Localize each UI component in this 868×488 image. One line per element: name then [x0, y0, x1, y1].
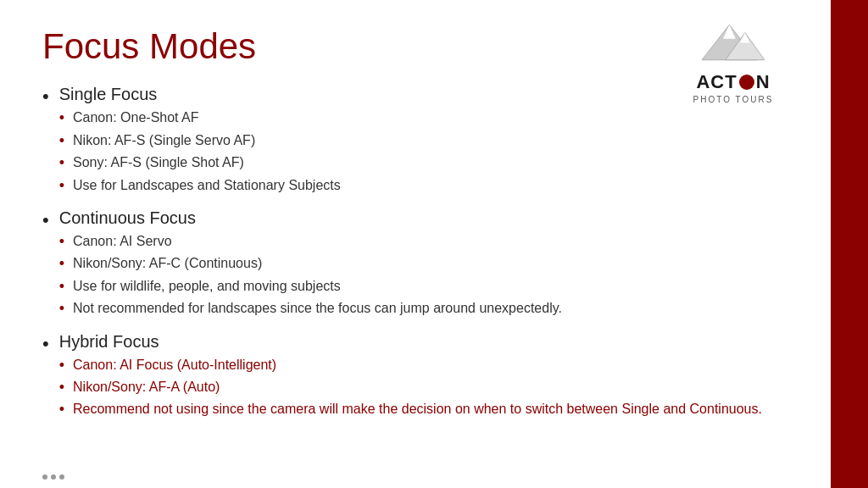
list-item: • Recommend not using since the camera w…	[59, 400, 788, 419]
sub-item-text: Canon: AI Servo	[73, 232, 172, 251]
list-item: • Use for Landscapes and Stationary Subj…	[59, 176, 788, 195]
list-item: • Nikon/Sony: AF-A (Auto)	[59, 378, 788, 396]
slide: ACT N PHOTO TOURS Focus Modes • Single F…	[0, 0, 831, 488]
main-list: • Single Focus • Canon: One-Shot AF • Ni…	[42, 85, 788, 422]
sub-item-text: Recommend not using since the camera wil…	[73, 400, 762, 419]
continuous-focus-label: Continuous Focus	[59, 208, 196, 227]
logo-n-text: N	[756, 71, 771, 93]
list-item: • Canon: AI Servo	[59, 232, 788, 251]
logo-act-text: ACT	[696, 71, 737, 93]
sub-item-text: Use for Landscapes and Stationary Subjec…	[73, 176, 341, 195]
footer-nav	[42, 474, 64, 480]
bullet-sub-icon: •	[59, 300, 64, 318]
list-item: • Use for wildlife, people, and moving s…	[59, 277, 788, 296]
bullet-sub-icon: •	[59, 109, 64, 127]
sub-item-text: Canon: One-Shot AF	[73, 108, 199, 127]
slide-footer	[42, 474, 64, 480]
hybrid-focus-wrapper: Hybrid Focus • Canon: AI Focus (Auto-Int…	[59, 332, 788, 423]
list-item-single-focus: • Single Focus • Canon: One-Shot AF • Ni…	[42, 85, 788, 198]
footer-dot	[42, 474, 47, 480]
logo-area: ACT N PHOTO TOURS	[678, 17, 788, 104]
sub-item-text: Nikon/Sony: AF-C (Continuous)	[73, 254, 262, 273]
logo-mountain-icon	[682, 17, 784, 68]
hybrid-focus-label: Hybrid Focus	[59, 332, 159, 351]
sub-item-text: Sony: AF-S (Single Shot AF)	[73, 153, 244, 172]
red-side-bar	[831, 0, 868, 488]
logo-text: ACT N	[678, 71, 788, 93]
sub-item-text: Use for wildlife, people, and moving sub…	[73, 277, 341, 296]
bullet-sub-icon: •	[59, 255, 64, 273]
bullet-sub-icon: •	[59, 177, 64, 195]
list-item-continuous-focus: • Continuous Focus • Canon: AI Servo • N…	[42, 208, 788, 322]
list-item: • Not recommended for landscapes since t…	[59, 299, 788, 318]
list-item: • Canon: One-Shot AF	[59, 108, 788, 127]
footer-dot	[51, 474, 56, 480]
slide-title: Focus Modes	[42, 25, 788, 68]
sub-item-text: Not recommended for landscapes since the…	[73, 299, 562, 318]
bullet-sub-icon: •	[59, 154, 64, 172]
list-item: • Nikon: AF-S (Single Servo AF)	[59, 131, 788, 150]
bullet-sub-icon: •	[59, 233, 64, 251]
list-item-hybrid-focus: • Hybrid Focus • Canon: AI Focus (Auto-I…	[42, 332, 788, 423]
bullet-sub-icon: •	[59, 278, 64, 296]
logo-photo-tours: PHOTO TOURS	[678, 95, 788, 104]
slide-content: • Single Focus • Canon: One-Shot AF • Ni…	[42, 85, 788, 422]
bullet-sub-icon: •	[59, 401, 64, 419]
sub-item-text: Nikon/Sony: AF-A (Auto)	[73, 378, 220, 396]
list-item: • Nikon/Sony: AF-C (Continuous)	[59, 254, 788, 273]
continuous-focus-wrapper: Continuous Focus • Canon: AI Servo • Nik…	[59, 208, 788, 322]
logo-lens-icon	[739, 75, 754, 90]
hybrid-focus-sub-list: • Canon: AI Focus (Auto-Intelligent) • N…	[59, 356, 788, 419]
bullet-icon-hybrid: •	[42, 333, 49, 355]
list-item: • Sony: AF-S (Single Shot AF)	[59, 153, 788, 172]
bullet-sub-icon: •	[59, 379, 64, 396]
bullet-icon-single: •	[42, 86, 49, 108]
bullet-sub-icon: •	[59, 132, 64, 150]
continuous-focus-sub-list: • Canon: AI Servo • Nikon/Sony: AF-C (Co…	[59, 232, 788, 319]
sub-item-text: Nikon: AF-S (Single Servo AF)	[73, 131, 255, 150]
sub-item-text: Canon: AI Focus (Auto-Intelligent)	[73, 356, 276, 374]
bullet-icon-continuous: •	[42, 209, 49, 231]
single-focus-label: Single Focus	[59, 85, 158, 103]
bullet-sub-icon: •	[59, 357, 64, 374]
single-focus-sub-list: • Canon: One-Shot AF • Nikon: AF-S (Sing…	[59, 108, 788, 195]
list-item: • Canon: AI Focus (Auto-Intelligent)	[59, 356, 788, 374]
footer-dot	[59, 474, 64, 480]
